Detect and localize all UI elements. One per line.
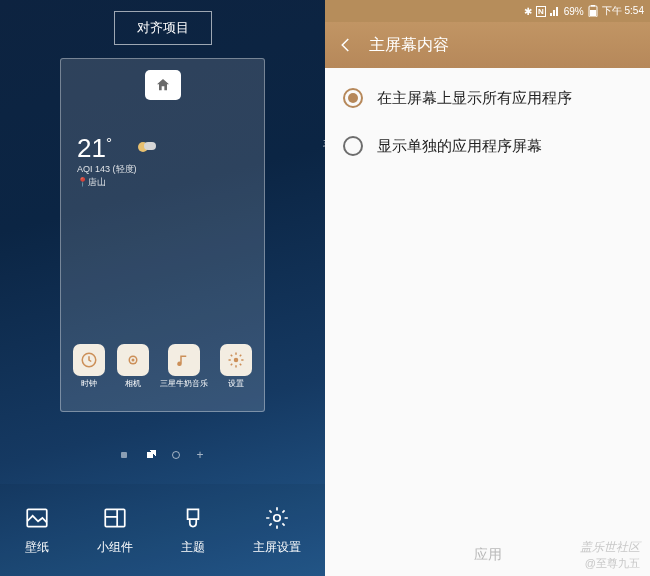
app-label: 相机 xyxy=(125,378,141,389)
home-content-settings-screen: ✱ N 69% 下午 5:54 主屏幕内容 在主屏幕上显示所有应用程序 显示单独… xyxy=(325,0,650,576)
radio-icon xyxy=(343,136,363,156)
toolbar-label: 主屏设置 xyxy=(253,539,301,556)
app-label: 时钟 xyxy=(81,378,97,389)
app-camera[interactable]: 相机 xyxy=(117,344,149,389)
apply-button[interactable]: 应用 xyxy=(325,546,650,564)
wallpaper-button[interactable]: 壁纸 xyxy=(24,505,50,556)
themes-button[interactable]: 主题 xyxy=(180,505,206,556)
gear-icon xyxy=(227,351,245,369)
app-settings[interactable]: 设置 xyxy=(220,344,252,389)
title-bar: 主屏幕内容 xyxy=(325,22,650,68)
home-page-dot-icon xyxy=(143,450,156,461)
camera-icon xyxy=(124,351,142,369)
signal-icon xyxy=(550,6,560,16)
page-dot xyxy=(121,452,127,458)
toolbar-label: 壁纸 xyxy=(25,539,49,556)
app-music[interactable]: 三星牛奶音乐 xyxy=(160,344,208,389)
weather-condition-icon xyxy=(135,139,151,155)
radio-icon xyxy=(343,88,363,108)
option-all-apps-on-home[interactable]: 在主屏幕上显示所有应用程序 xyxy=(325,74,650,122)
page-indicator[interactable]: + xyxy=(0,448,325,462)
widgets-icon xyxy=(102,505,128,531)
svg-rect-8 xyxy=(105,509,125,526)
battery-percent: 69% xyxy=(564,6,584,17)
app-label: 三星牛奶音乐 xyxy=(160,378,208,389)
gear-icon xyxy=(264,505,290,531)
editor-toolbar: 壁纸 小组件 主题 主屏设置 xyxy=(0,484,325,576)
home-editor-screen: 对齐项目 21° AQI 143 (轻度) 📍唐山 时钟 相机 三星牛奶音乐 xyxy=(0,0,325,576)
svg-rect-11 xyxy=(590,10,596,16)
page-dot xyxy=(172,451,180,459)
bluetooth-icon: ✱ xyxy=(524,6,532,17)
status-time: 下午 5:54 xyxy=(602,4,644,18)
home-page-preview[interactable]: 21° AQI 143 (轻度) 📍唐山 时钟 相机 三星牛奶音乐 设置 xyxy=(60,58,265,412)
toolbar-label: 主题 xyxy=(181,539,205,556)
battery-icon xyxy=(588,5,598,17)
weather-degree: ° xyxy=(106,134,112,151)
music-icon xyxy=(175,351,193,369)
home-settings-button[interactable]: 主屏设置 xyxy=(253,505,301,556)
weather-aqi: AQI 143 (轻度) xyxy=(77,163,137,176)
option-label: 在主屏幕上显示所有应用程序 xyxy=(377,89,572,108)
brush-icon xyxy=(180,505,206,531)
svg-point-3 xyxy=(131,359,134,362)
home-icon xyxy=(155,77,171,93)
add-page-icon[interactable]: + xyxy=(196,448,203,462)
location-pin-icon: 📍 xyxy=(77,177,88,187)
widgets-button[interactable]: 小组件 xyxy=(97,505,133,556)
back-icon[interactable] xyxy=(337,36,355,54)
toolbar-label: 小组件 xyxy=(97,539,133,556)
home-indicator-chip xyxy=(145,70,181,100)
weather-temp: 21 xyxy=(77,133,106,163)
weather-location: 唐山 xyxy=(88,177,106,187)
option-label: 显示单独的应用程序屏幕 xyxy=(377,137,542,156)
svg-point-4 xyxy=(234,358,239,363)
svg-point-9 xyxy=(274,514,281,521)
app-clock[interactable]: 时钟 xyxy=(73,344,105,389)
page-title: 主屏幕内容 xyxy=(369,35,449,56)
clock-icon xyxy=(80,351,98,369)
options-list: 在主屏幕上显示所有应用程序 显示单独的应用程序屏幕 xyxy=(325,68,650,176)
status-bar: ✱ N 69% 下午 5:54 xyxy=(325,0,650,22)
svg-rect-12 xyxy=(591,5,595,7)
align-items-button[interactable]: 对齐项目 xyxy=(114,11,212,45)
preview-dock: 时钟 相机 三星牛奶音乐 设置 xyxy=(61,344,264,389)
app-label: 设置 xyxy=(228,378,244,389)
option-separate-apps-screen[interactable]: 显示单独的应用程序屏幕 xyxy=(325,122,650,170)
nfc-icon: N xyxy=(536,6,546,17)
weather-widget[interactable]: 21° AQI 143 (轻度) 📍唐山 xyxy=(77,135,137,189)
wallpaper-icon xyxy=(24,505,50,531)
